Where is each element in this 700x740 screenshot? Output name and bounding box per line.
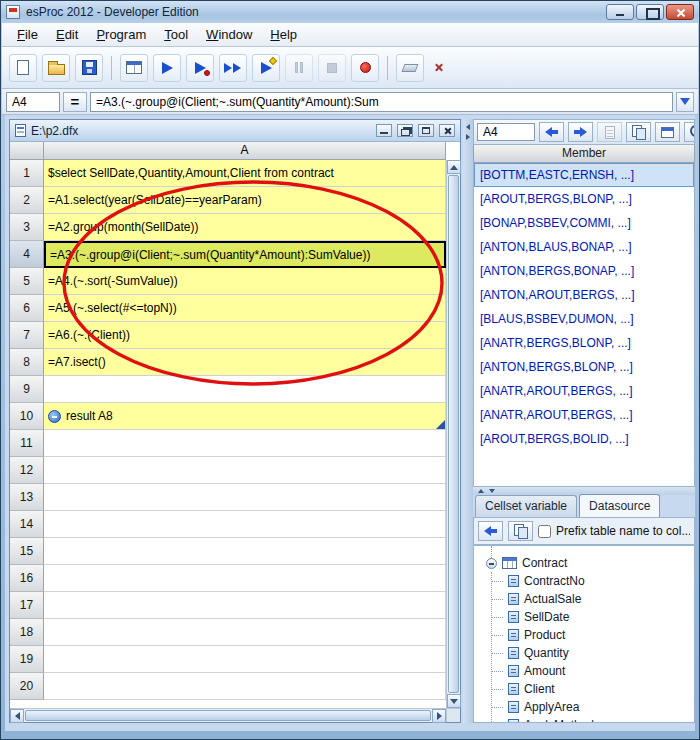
member-item[interactable]: [ANTON,BERGS,BLONP, ...] [474,355,694,379]
cell-A19[interactable] [44,646,446,673]
cell-A6[interactable]: =A5.(~.select(#<=topN)) [44,295,446,322]
tree-node-contract[interactable]: Contract [486,554,694,572]
splitter-down-icon[interactable] [489,489,495,493]
prefix-table-name-label[interactable]: Prefix table name to col... [556,524,690,538]
close-small-button[interactable] [429,54,447,82]
datasource-back-button[interactable] [478,521,503,541]
row-header-14[interactable]: 14 [10,511,44,538]
row-header-19[interactable]: 19 [10,646,44,673]
member-item[interactable]: [BLAUS,BSBEV,DUMON, ...] [474,307,694,331]
cell-A5[interactable]: =A4.(~.sort(-SumValue)) [44,268,446,295]
tree-field-amount[interactable]: Amount [492,662,694,680]
forward-button[interactable] [568,122,593,142]
member-item[interactable]: [ANTON,BLAUS,BONAP, ...] [474,235,694,259]
collapse-minus-icon[interactable] [48,410,61,423]
splitter-right-icon[interactable] [466,134,470,140]
cell-A20[interactable] [44,673,446,700]
member-item[interactable]: [AROUT,BERGS,BLONP, ...] [474,187,694,211]
export-button[interactable] [597,122,622,142]
member-item[interactable]: [ANATR,BERGS,BLONP, ...] [474,331,694,355]
open-file-button[interactable] [42,54,70,82]
row-header-11[interactable]: 11 [10,430,44,457]
datasource-copy-button[interactable] [508,521,533,541]
cell-A4-selected[interactable]: =A3.(~.group@i(Client;~.sum(Quantity*Amo… [44,241,446,268]
row-header-9[interactable]: 9 [10,376,44,403]
new-file-button[interactable] [9,54,37,82]
vertical-scroll-thumb[interactable] [448,175,459,693]
cell-A1[interactable]: $select SellDate,Quantity,Amount,Client … [44,160,446,187]
cell-A7[interactable]: =A6.(~.(Client)) [44,322,446,349]
splitter-up-icon[interactable] [478,489,484,493]
horizontal-scrollbar[interactable] [10,708,446,722]
maximize-button[interactable] [636,4,664,20]
tree-field-product[interactable]: Product [492,626,694,644]
cell-A10[interactable]: result A8 [44,403,446,430]
tree-field-applyarea[interactable]: ApplyArea [492,698,694,716]
pause-button[interactable] [285,54,313,82]
member-item[interactable]: [AROUT,BERGS,BOLID, ...] [474,427,694,451]
tree-field-selldate[interactable]: SellDate [492,608,694,626]
cell-A16[interactable] [44,565,446,592]
row-header-15[interactable]: 15 [10,538,44,565]
row-header-1[interactable]: 1 [10,160,44,187]
tree-field-actualsale[interactable]: ActualSale [492,590,694,608]
member-item[interactable]: [BOTTM,EASTC,ERNSH, ...] [474,163,694,187]
cell-reference-box[interactable]: A4 [6,92,60,112]
row-header-10[interactable]: 10 [10,403,44,430]
scroll-down-button[interactable] [447,694,461,708]
row-header-7[interactable]: 7 [10,322,44,349]
cell-A17[interactable] [44,592,446,619]
tree-field-contractno[interactable]: ContractNo [492,572,694,590]
window-restore-icon[interactable] [397,124,413,137]
tree-field-applymethod[interactable]: ApplyMethod [492,716,694,723]
grid-view-button[interactable] [655,122,680,142]
vertical-splitter[interactable] [463,119,473,723]
member-item[interactable]: [ANATR,AROUT,BERGS, ...] [474,403,694,427]
search-button[interactable] [684,122,695,142]
vertical-scrollbar[interactable] [446,160,460,708]
tab-datasource[interactable]: Datasource [579,494,660,517]
menu-window[interactable]: Window [197,24,261,45]
prefix-table-name-checkbox[interactable] [538,525,551,538]
scroll-left-button[interactable] [10,709,24,723]
cellset-button[interactable] [120,54,148,82]
clear-button[interactable] [396,54,424,82]
cellset-window-titlebar[interactable]: E:\p2.dfx [10,120,460,142]
row-header-16[interactable]: 16 [10,565,44,592]
tree-field-client[interactable]: Client [492,680,694,698]
cell-A13[interactable] [44,484,446,511]
formula-input[interactable]: =A3.(~.group@i(Client;~.sum(Quantity*Amo… [90,92,673,112]
splitter-left-icon[interactable] [466,124,470,130]
cell-A15[interactable] [44,538,446,565]
row-header-6[interactable]: 6 [10,295,44,322]
cell-A14[interactable] [44,511,446,538]
formula-expand-button[interactable] [676,92,694,112]
tree-field-quantity[interactable]: Quantity [492,644,694,662]
cell-A11[interactable] [44,430,446,457]
row-header-12[interactable]: 12 [10,457,44,484]
cell-A3[interactable]: =A2.group(month(SellDate)) [44,214,446,241]
menu-help[interactable]: Help [261,24,306,45]
minimize-button[interactable] [606,4,634,20]
cell-A2[interactable]: =A1.select(year(SellDate)==yearParam) [44,187,446,214]
row-header-8[interactable]: 8 [10,349,44,376]
row-header-2[interactable]: 2 [10,187,44,214]
row-header-13[interactable]: 13 [10,484,44,511]
select-all-corner[interactable] [10,142,44,160]
scroll-right-button[interactable] [432,709,446,723]
cell-A8[interactable]: =A7.isect() [44,349,446,376]
cell-A18[interactable] [44,619,446,646]
column-header-A[interactable]: A [44,142,446,160]
tree-knob-icon[interactable] [486,558,497,569]
window-close-icon[interactable] [439,124,455,137]
run-button[interactable] [153,54,181,82]
copy-value-button[interactable] [626,122,651,142]
menu-program[interactable]: Program [87,24,155,45]
scroll-up-button[interactable] [447,160,461,174]
cell-A12[interactable] [44,457,446,484]
step-into-button[interactable] [252,54,280,82]
row-header-5[interactable]: 5 [10,268,44,295]
row-header-4[interactable]: 4 [10,241,44,268]
window-maximize-icon[interactable] [418,124,434,137]
breakpoint-button[interactable] [351,54,379,82]
